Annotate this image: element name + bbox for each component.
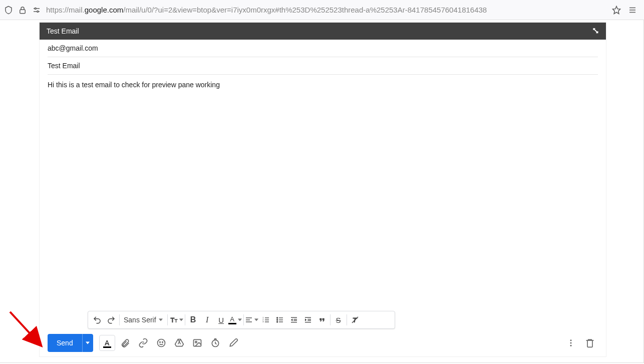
svg-marker-15 [254, 319, 258, 321]
svg-point-4 [37, 11, 39, 12]
bookmark-icon[interactable] [612, 6, 621, 15]
compose-titlebar[interactable]: Test Email [40, 23, 606, 40]
subject-value: Test Email [48, 62, 80, 70]
svg-rect-0 [20, 10, 26, 14]
svg-point-51 [570, 345, 572, 346]
separator [119, 314, 120, 325]
svg-point-40 [157, 339, 165, 347]
svg-point-25 [276, 317, 277, 318]
indent-less-button[interactable] [287, 313, 301, 327]
to-value: abc@gmail.com [48, 44, 98, 52]
to-field[interactable]: abc@gmail.com [48, 40, 598, 57]
svg-text:3: 3 [262, 320, 264, 323]
browser-toolbar: https://mail.google.com/mail/u/0/?ui=2&v… [0, 0, 644, 20]
indent-more-button[interactable] [301, 313, 315, 327]
compose-body[interactable]: Hi this is a test email to check for pre… [40, 75, 606, 290]
signature-icon[interactable] [225, 335, 241, 351]
url-bar[interactable]: https://mail.google.com/mail/u/0/?ui=2&v… [46, 6, 607, 14]
compose-action-icons: A [99, 335, 241, 351]
send-button[interactable]: Send [48, 334, 82, 352]
separator [330, 314, 331, 325]
discard-icon[interactable] [582, 335, 598, 351]
compose-title: Test Email [47, 27, 79, 35]
quote-button[interactable] [315, 313, 329, 327]
svg-marker-5 [613, 6, 620, 14]
strikethrough-button[interactable]: S [332, 313, 346, 327]
attach-icon[interactable] [117, 335, 133, 351]
url-path: /mail/u/0/?ui=2&view=btop&ver=i7iyx0m0rx… [123, 6, 487, 14]
svg-marker-11 [238, 319, 242, 321]
svg-rect-48 [214, 339, 216, 340]
undo-button[interactable] [90, 313, 104, 327]
menu-icon[interactable] [628, 6, 637, 15]
clear-format-button[interactable] [348, 313, 362, 327]
url-prefix: https://mail. [46, 6, 85, 14]
subject-field[interactable]: Test Email [48, 57, 598, 75]
svg-point-26 [276, 319, 277, 320]
numbered-list-button[interactable]: 123 [259, 313, 273, 327]
svg-point-50 [570, 342, 572, 344]
separator [185, 314, 185, 325]
align-button[interactable] [245, 313, 259, 327]
compose-bottom-bar: Send A [40, 329, 606, 356]
popout-icon[interactable] [592, 27, 599, 36]
confidential-icon[interactable] [207, 335, 223, 351]
underline-button[interactable]: U [214, 313, 228, 327]
separator [167, 314, 168, 325]
italic-button[interactable]: I [200, 313, 214, 327]
svg-point-3 [35, 8, 36, 9]
lock-icon[interactable] [18, 6, 27, 15]
separator [243, 314, 244, 325]
permissions-icon[interactable] [32, 6, 41, 15]
svg-point-27 [276, 321, 277, 322]
font-size-button[interactable] [169, 313, 184, 327]
svg-marker-39 [86, 342, 90, 344]
font-select[interactable]: Sans Serif [121, 313, 166, 327]
image-icon[interactable] [189, 335, 205, 351]
drive-icon[interactable] [171, 335, 187, 351]
url-domain: google.com [85, 6, 124, 14]
svg-point-46 [195, 341, 197, 343]
body-text: Hi this is a test email to check for pre… [48, 81, 220, 89]
bold-button[interactable]: B [186, 313, 200, 327]
svg-point-41 [159, 342, 160, 343]
separator [347, 314, 347, 325]
shield-icon[interactable] [4, 6, 13, 15]
svg-marker-9 [159, 319, 163, 321]
svg-marker-32 [291, 318, 292, 321]
svg-point-42 [162, 342, 163, 343]
bullet-list-button[interactable] [273, 313, 287, 327]
format-toolbar: Sans Serif B I U A 123 S [88, 311, 395, 329]
text-color-button[interactable]: A [228, 313, 242, 327]
redo-button[interactable] [104, 313, 118, 327]
send-label: Send [57, 339, 73, 347]
link-icon[interactable] [135, 335, 151, 351]
font-name: Sans Serif [124, 316, 156, 324]
compose-window: Test Email abc@gmail.com Test Email Hi t… [40, 23, 606, 356]
svg-marker-37 [305, 318, 306, 321]
send-group: Send [48, 334, 93, 352]
svg-point-49 [570, 339, 572, 341]
formatting-toggle-button[interactable]: A [99, 335, 115, 351]
emoji-icon[interactable] [153, 335, 169, 351]
send-options-button[interactable] [82, 334, 93, 352]
more-options-icon[interactable] [563, 335, 579, 351]
compose-fields: abc@gmail.com Test Email [40, 40, 606, 75]
svg-marker-10 [179, 319, 183, 321]
